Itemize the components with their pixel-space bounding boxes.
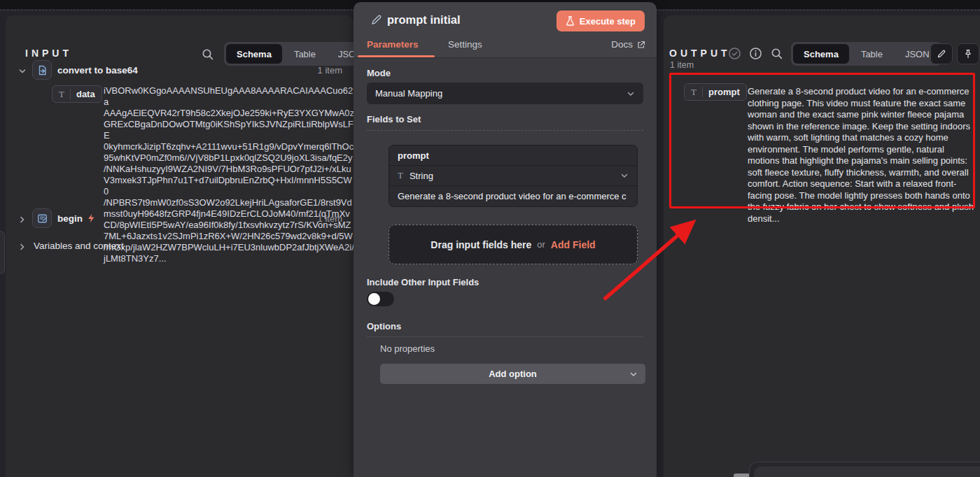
field-name-input[interactable]: prompt: [389, 145, 637, 166]
mode-select[interactable]: Manual Mapping: [367, 83, 643, 104]
pencil-icon: [937, 49, 946, 59]
field-name: data: [76, 89, 95, 99]
panel-resize-handle[interactable]: [0, 231, 5, 274]
no-properties-text: No properties: [380, 343, 435, 354]
field-type-value: String: [410, 171, 433, 181]
mode-label: Mode: [367, 68, 391, 78]
field-badge-prompt[interactable]: T prompt: [684, 83, 747, 101]
drag-input-fields-dropzone[interactable]: Drag input fields here or Add Field: [388, 225, 638, 264]
base64-value[interactable]: iVBORw0KGgoAAAANSUhEUgAAA8AAAARACAIAAACu…: [104, 85, 356, 264]
input-node-label[interactable]: begin: [57, 213, 83, 224]
node-icon-convert[interactable]: [32, 60, 52, 80]
output-tab-schema[interactable]: Schema: [793, 44, 849, 64]
add-option-label: Add option: [489, 369, 537, 379]
string-type-icon: T: [59, 89, 64, 100]
field-badge-data[interactable]: T data: [52, 85, 102, 103]
string-type-icon: T: [398, 170, 403, 181]
node-detail-panel: prompt initial Execute step Parameters S…: [354, 2, 657, 477]
chevron-down-icon: [626, 90, 635, 98]
output-view-tabs: Schema Table JSON: [791, 42, 942, 66]
output-panel: OUTPUT Schema Table JSON: [664, 15, 980, 477]
input-tab-schema[interactable]: Schema: [226, 44, 282, 64]
input-panel-title: INPUT: [25, 48, 72, 59]
chevron-down-icon: [629, 370, 638, 378]
edit-output-button[interactable]: [930, 43, 953, 64]
docs-label: Docs: [611, 39, 633, 50]
tab-parameters[interactable]: Parameters: [367, 39, 419, 50]
search-icon[interactable]: [202, 48, 214, 61]
output-panel-title: OUTPUT: [669, 48, 731, 59]
node-icon-begin[interactable]: [32, 208, 52, 228]
mode-value: Manual Mapping: [375, 88, 442, 99]
chevron-down-icon: [620, 171, 629, 180]
search-icon[interactable]: [771, 48, 783, 60]
chevron-right-icon[interactable]: [18, 215, 27, 224]
drag-text: Drag input fields here: [430, 239, 531, 250]
pin-output-button[interactable]: [957, 43, 979, 64]
check-circle-icon: [728, 47, 741, 60]
fields-to-set-label: Fields to Set: [367, 114, 421, 124]
badge-divider: [702, 87, 703, 97]
input-view-tabs: Schema Table JSON: [224, 42, 375, 66]
external-link-icon: [637, 41, 645, 49]
string-type-icon: T: [691, 87, 696, 98]
toggle-knob: [368, 293, 380, 305]
section-divider: [367, 130, 643, 131]
chevron-right-icon[interactable]: [18, 243, 27, 251]
input-node-count: 1 item: [318, 213, 342, 224]
field-value-input[interactable]: Generate a 8-second product video for an…: [389, 186, 637, 206]
add-field-link[interactable]: Add Field: [551, 239, 596, 250]
add-option-button[interactable]: Add option: [380, 364, 645, 384]
field-to-set-group: prompt T String Generate a 8-second prod…: [388, 145, 638, 207]
file-export-icon: [37, 65, 48, 76]
field-name: prompt: [708, 87, 740, 97]
pin-icon: [963, 49, 973, 59]
node-title[interactable]: prompt initial: [387, 13, 461, 27]
execute-step-label: Execute step: [580, 16, 636, 27]
execute-step-button[interactable]: Execute step: [556, 10, 645, 31]
or-text: or: [537, 239, 545, 250]
output-tab-table[interactable]: Table: [850, 44, 893, 64]
edit-title-pencil-icon[interactable]: [370, 14, 382, 26]
info-icon[interactable]: [749, 47, 762, 60]
docs-link[interactable]: Docs: [611, 39, 645, 50]
form-icon: [37, 213, 48, 224]
input-node-count: 1 item: [318, 65, 342, 76]
input-panel: INPUT Schema Table JSON convert to base6…: [6, 15, 354, 477]
options-label: Options: [367, 321, 401, 332]
include-other-input-fields-toggle[interactable]: [367, 292, 394, 306]
parameters-body: Mode Manual Mapping Fields to Set prompt…: [354, 57, 657, 477]
chevron-down-icon[interactable]: [18, 67, 27, 76]
workflow-editor: INPUT Schema Table JSON convert to base6…: [0, 0, 980, 477]
input-tab-table[interactable]: Table: [284, 44, 326, 64]
section-divider: [367, 336, 643, 337]
flask-icon: [566, 16, 575, 26]
include-other-input-fields-label: Include Other Input Fields: [367, 277, 479, 287]
tab-settings[interactable]: Settings: [448, 39, 482, 50]
input-node-label[interactable]: convert to base64: [57, 65, 138, 76]
field-type-select[interactable]: T String: [389, 166, 637, 186]
bottom-right-card-inner: [754, 467, 980, 477]
output-prompt-value[interactable]: Generate a 8-second product video for an…: [748, 86, 974, 225]
output-count: 1 item: [670, 60, 694, 70]
lightning-icon: [87, 213, 96, 223]
badge-divider: [70, 89, 71, 99]
variables-and-context[interactable]: Variables and context: [34, 241, 124, 251]
